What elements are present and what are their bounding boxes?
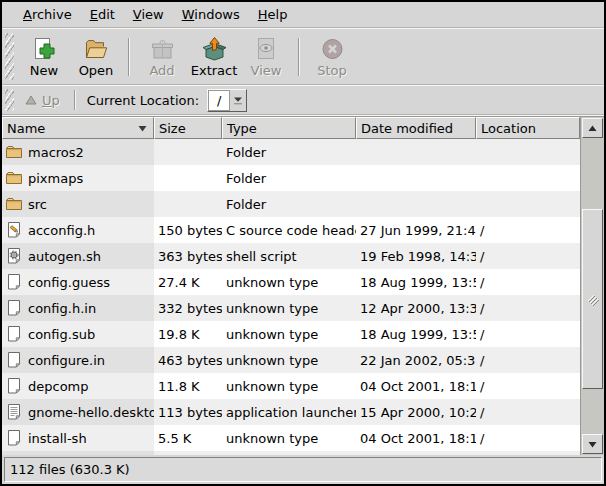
thumb-grip-icon [586, 292, 600, 306]
separator [74, 90, 76, 110]
file-name-cell: depcomp [2, 373, 154, 399]
file-type: unknown type [222, 295, 356, 321]
location-bar-drag-handle[interactable] [5, 89, 14, 111]
file-name: depcomp [28, 379, 89, 394]
vertical-scrollbar[interactable] [580, 117, 604, 455]
column-header-location[interactable]: Location [476, 117, 580, 139]
file-size: 332 bytes [154, 295, 222, 321]
file-row[interactable]: depcomp11.8 Kunknown type04 Oct 2001, 18… [2, 373, 580, 399]
up-arrow-icon [25, 95, 37, 105]
file-date-modified: 18 Aug 1999, 13:53 [356, 269, 476, 295]
file-name: src [28, 197, 47, 212]
file-row[interactable]: srcFolder [2, 191, 580, 217]
folder-icon [6, 170, 23, 187]
text-document-icon [6, 404, 23, 421]
file-type: unknown type [222, 269, 356, 295]
file-row[interactable]: config.sub19.8 Kunknown type18 Aug 1999,… [2, 321, 580, 347]
add-button: Add [136, 32, 188, 82]
column-header-date-modified[interactable]: Date modified [356, 117, 476, 139]
file-location: / [476, 269, 580, 295]
statusbar: 112 files (630.3 K) [4, 457, 602, 482]
file-size: 27.4 K [154, 269, 222, 295]
file-location: / [476, 295, 580, 321]
document-icon [6, 378, 23, 395]
file-row[interactable]: gnome-hello.desktop113 bytesapplication … [2, 399, 580, 425]
scroll-up-button[interactable] [582, 118, 603, 138]
open-button[interactable]: Open [70, 32, 122, 82]
file-location [476, 191, 580, 217]
file-type: Folder [222, 139, 356, 165]
scroll-down-icon [588, 441, 597, 448]
document-icon [6, 430, 23, 447]
extract-icon [201, 36, 228, 63]
menu-archive[interactable]: Archive [14, 4, 81, 25]
file-name-cell: pixmaps [2, 165, 154, 191]
location-bar: Up Current Location: / [2, 86, 604, 114]
file-location: / [476, 217, 580, 243]
file-type: unknown type [222, 347, 356, 373]
file-row-partial[interactable] [2, 451, 580, 455]
file-name: config.h.in [28, 301, 96, 316]
file-location [476, 139, 580, 165]
location-combobox[interactable]: / [207, 89, 247, 112]
statusbar-text: 112 files (630.3 K) [10, 462, 130, 477]
file-date-modified: 22 Jan 2002, 05:35 [356, 347, 476, 373]
scroll-up-icon [588, 125, 597, 132]
column-header-size[interactable]: Size [154, 117, 222, 139]
menu-edit[interactable]: Edit [81, 4, 124, 25]
file-row[interactable]: macros2Folder [2, 139, 580, 165]
file-size: 19.8 K [154, 321, 222, 347]
file-location [476, 165, 580, 191]
file-row[interactable]: pixmapsFolder [2, 165, 580, 191]
file-size [154, 451, 222, 455]
file-row[interactable]: autogen.sh363 bytesshell script19 Feb 19… [2, 243, 580, 269]
menu-view[interactable]: View [124, 4, 173, 25]
file-row[interactable]: config.h.in332 bytesunknown type12 Apr 2… [2, 295, 580, 321]
file-date-modified [356, 165, 476, 191]
file-row[interactable]: configure.in463 bytesunknown type22 Jan … [2, 347, 580, 373]
document-icon [6, 352, 23, 369]
file-name: pixmaps [28, 171, 83, 186]
file-type: C source code header [222, 217, 356, 243]
column-header-type[interactable]: Type [222, 117, 356, 139]
file-name-cell: install-sh [2, 425, 154, 451]
file-name-cell: config.h.in [2, 295, 154, 321]
column-headers: Name Size Type Date modified Location [2, 117, 580, 139]
scroll-down-button[interactable] [582, 434, 603, 454]
open-archive-icon [83, 36, 110, 63]
add-button-label: Add [149, 64, 174, 78]
file-name-cell: config.guess [2, 269, 154, 295]
file-date-modified [356, 191, 476, 217]
file-row[interactable]: install-sh5.5 Kunknown type04 Oct 2001, … [2, 425, 580, 451]
combo-dropdown-icon[interactable] [230, 90, 246, 111]
file-name: configure.in [28, 353, 105, 368]
menu-windows[interactable]: Windows [173, 4, 249, 25]
file-row[interactable]: acconfig.h150 bytesC source code header2… [2, 217, 580, 243]
file-date-modified: 04 Oct 2001, 18:12 [356, 373, 476, 399]
extract-button[interactable]: Extract [188, 32, 240, 82]
new-button[interactable]: New [18, 32, 70, 82]
view-button: View [240, 32, 292, 82]
file-name: install-sh [28, 431, 87, 446]
file-location [476, 451, 580, 455]
column-header-name[interactable]: Name [2, 117, 154, 139]
file-date-modified: 18 Aug 1999, 13:53 [356, 321, 476, 347]
toolbar-drag-handle[interactable] [5, 33, 14, 80]
file-location: / [476, 243, 580, 269]
file-size [154, 191, 222, 217]
file-type: Folder [222, 165, 356, 191]
scrollbar-thumb[interactable] [582, 209, 603, 389]
document-icon [6, 274, 23, 291]
file-date-modified: 12 Apr 2000, 13:36 [356, 295, 476, 321]
view-file-icon [253, 36, 280, 63]
menubar: Archive Edit View Windows Help [2, 2, 604, 27]
file-row[interactable]: config.guess27.4 Kunknown type18 Aug 199… [2, 269, 580, 295]
menu-help[interactable]: Help [249, 4, 297, 25]
toolbar: New Open Add [2, 29, 604, 84]
current-location-label: Current Location: [87, 93, 199, 108]
file-date-modified: 04 Oct 2001, 18:12 [356, 425, 476, 451]
file-name: macros2 [28, 145, 84, 160]
file-name: autogen.sh [28, 249, 101, 264]
file-name-cell: configure.in [2, 347, 154, 373]
file-name-cell [2, 451, 154, 455]
